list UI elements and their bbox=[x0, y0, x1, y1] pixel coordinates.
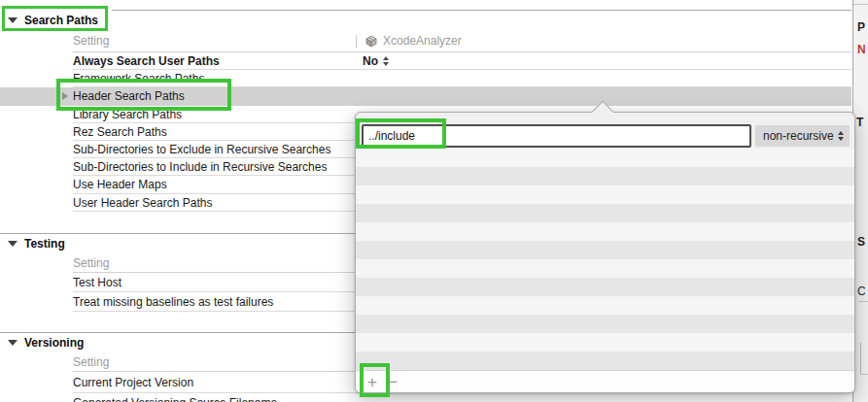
popover-footer: + − bbox=[356, 370, 854, 392]
table-row[interactable]: Always Search User Paths No bbox=[0, 52, 851, 70]
setting-label: Sub-Directories to Include in Recursive … bbox=[73, 160, 327, 174]
annotation-box-search-paths bbox=[2, 6, 108, 31]
setting-column-label: Setting bbox=[73, 355, 109, 369]
up-down-stepper-icon bbox=[383, 56, 389, 66]
setting-label: Use Header Maps bbox=[73, 178, 167, 191]
up-down-stepper-icon bbox=[838, 131, 844, 141]
section-title: Versioning bbox=[24, 336, 84, 350]
setting-label: Current Project Version bbox=[73, 376, 193, 389]
target-icon bbox=[365, 35, 378, 48]
column-header-row: Setting XcodeAnalyzer bbox=[0, 29, 851, 52]
inspector-text-fragment: S bbox=[857, 235, 865, 249]
header-search-paths-popover: non-recursive + − bbox=[355, 112, 855, 393]
setting-label: Treat missing baselines as test failures bbox=[73, 295, 273, 309]
setting-label: Sub-Directories to Exclude in Recursive … bbox=[73, 143, 330, 156]
setting-label: User Header Search Paths bbox=[73, 196, 212, 210]
annotation-box-include-field bbox=[356, 118, 446, 149]
annotation-box-header-search-paths bbox=[56, 79, 231, 111]
inspector-field-edge bbox=[860, 374, 868, 375]
setting-column-label: Setting bbox=[73, 34, 109, 48]
inspector-text-fragment: N bbox=[857, 43, 866, 56]
setting-label: Test Host bbox=[73, 276, 122, 289]
value-text: No bbox=[363, 54, 378, 68]
column-divider bbox=[356, 35, 357, 48]
recursion-dropdown[interactable]: non-recursive bbox=[755, 125, 850, 147]
section-title: Testing bbox=[24, 237, 65, 251]
setting-value-dropdown[interactable]: No bbox=[363, 54, 389, 68]
target-column: XcodeAnalyzer bbox=[356, 34, 462, 48]
setting-column-label: Setting bbox=[73, 256, 109, 270]
disclosure-triangle-icon[interactable] bbox=[8, 340, 17, 346]
inspector-divider bbox=[853, 4, 868, 5]
table-row[interactable]: Generated Versioning Source Filename bbox=[0, 393, 851, 402]
disclosure-triangle-icon[interactable] bbox=[8, 241, 17, 247]
inspector-text-fragment: C bbox=[857, 285, 866, 298]
setting-label: Generated Versioning Source Filename bbox=[73, 396, 277, 402]
annotation-box-add-button bbox=[360, 363, 390, 397]
inspector-field-edge bbox=[860, 343, 861, 374]
path-list[interactable] bbox=[356, 149, 854, 373]
inspector-text-fragment: P bbox=[857, 20, 865, 34]
setting-label: Always Search User Paths bbox=[73, 54, 220, 68]
setting-label: Rez Search Paths bbox=[73, 125, 167, 139]
inspector-text-fragment: T bbox=[856, 116, 863, 129]
inspector-divider bbox=[858, 301, 868, 302]
build-settings-screen: Search Paths Setting XcodeAnalyzer Alway… bbox=[0, 0, 868, 402]
section-header-search-paths[interactable]: Search Paths bbox=[0, 11, 851, 29]
target-column-label: XcodeAnalyzer bbox=[383, 34, 462, 48]
recursion-dropdown-label: non-recursive bbox=[763, 129, 834, 143]
